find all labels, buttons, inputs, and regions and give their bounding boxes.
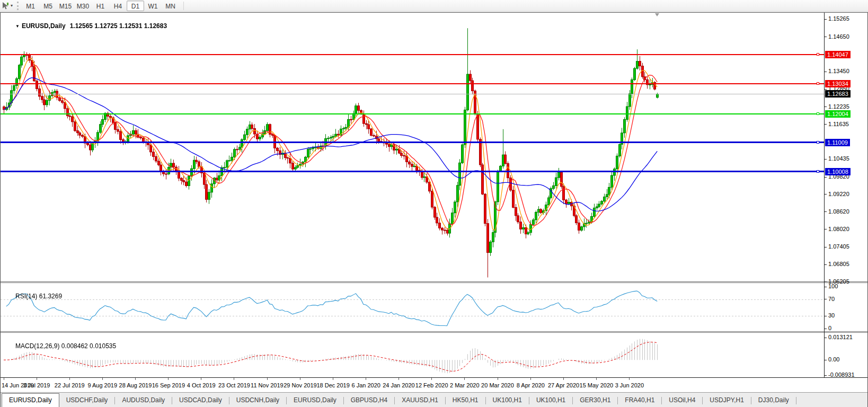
current-price-label: 1.12683	[825, 90, 851, 98]
axis-tick	[825, 299, 827, 299]
axis-tick	[825, 37, 827, 37]
axis-tick	[825, 338, 827, 338]
time-axis-tick	[267, 378, 268, 380]
time-axis-tick	[168, 378, 169, 380]
time-axis-tick	[398, 378, 399, 380]
chart-tab-eurusd-daily[interactable]: EURUSD,Daily	[287, 394, 343, 407]
toolbar-grip[interactable]	[17, 2, 19, 10]
chart-tab-uk100-h1[interactable]: UK100,H1	[486, 394, 529, 407]
macd-chart-canvas[interactable]	[1, 333, 824, 377]
axis-tick	[825, 247, 827, 247]
level-price-label: 1.12004	[825, 110, 851, 118]
line-drag-handle[interactable]	[817, 53, 819, 56]
price-axis-label: 70	[828, 296, 835, 302]
chart-tab-uk100-h1[interactable]: UK100,H1	[529, 394, 572, 407]
level-price-label: 1.10008	[825, 168, 851, 175]
chart-tab-usdcad-daily[interactable]: USDCAD,Daily	[172, 394, 229, 407]
price-axis[interactable]: 1.152651.146501.134501.128501.122351.116…	[825, 13, 867, 377]
axis-tick	[825, 89, 827, 90]
tab-divider	[796, 397, 796, 404]
chart-tab-ger30-h1[interactable]: GER30,H1	[573, 394, 617, 407]
timeframe-button-m1[interactable]: M1	[22, 1, 39, 11]
price-axis-label: 1.07405	[828, 243, 849, 250]
date-label: 4 Oct 2019	[187, 382, 216, 388]
hline-support-1.10008[interactable]	[1, 171, 824, 172]
date-label: 24 Jan 2020	[383, 382, 415, 388]
chart-tool-button[interactable]: ▾	[0, 2, 15, 10]
timeframe-button-h1[interactable]: H1	[92, 1, 109, 11]
level-price-label: 1.13034	[825, 80, 851, 87]
chart-tab-audusd-daily[interactable]: AUDUSD,Daily	[115, 394, 172, 407]
price-axis-label: 1.10435	[828, 155, 849, 162]
date-label: 22 Jul 2019	[55, 382, 85, 388]
chart-shift-marker[interactable]	[655, 13, 659, 16]
rsi-chart-canvas[interactable]	[1, 283, 824, 331]
price-axis-label: 100	[828, 283, 838, 289]
timeframe-button-d1[interactable]: D1	[127, 1, 144, 11]
line-drag-handle[interactable]	[817, 170, 819, 173]
chart-window: ▼EURUSD,Daily1.12565 1.12725 1.12531 1.1…	[0, 12, 868, 407]
axis-tick	[825, 159, 827, 160]
hline-support-1.12004[interactable]	[1, 113, 824, 114]
line-drag-handle[interactable]	[817, 82, 819, 85]
price-axis-label: 1.14650	[828, 33, 849, 40]
time-axis-tick	[102, 378, 103, 380]
date-label: 2 Mar 2020	[450, 382, 480, 388]
macd-indicator-pane: MACD(12,26,9) 0.008462 0.010535	[1, 333, 824, 377]
axis-tick	[825, 329, 827, 329]
price-axis-label: 1.15265	[828, 15, 849, 22]
timeframe-button-mn[interactable]: MN	[162, 1, 179, 11]
time-axis-tick	[431, 378, 432, 380]
chart-tab-usoil-h4[interactable]: USOil,H4	[662, 394, 702, 407]
timeframe-button-m15[interactable]: M15	[57, 1, 74, 11]
rsi-name-label: RSI(14)	[15, 293, 37, 300]
price-axis-label: 0.00	[828, 356, 839, 362]
timeframe-button-m5[interactable]: M5	[39, 1, 57, 11]
axis-tick	[825, 229, 827, 229]
time-axis-tick	[563, 378, 564, 380]
date-label: 3 Jul 2019	[23, 382, 50, 388]
date-label: 16 Sep 2019	[152, 382, 185, 388]
date-label: 9 Aug 2019	[87, 382, 117, 388]
chart-tab-usdcnh-daily[interactable]: USDCNH,Daily	[229, 394, 286, 407]
rsi-value: 61.3269	[39, 293, 62, 300]
time-axis-tick	[201, 378, 201, 380]
date-label: 11 Nov 2019	[251, 382, 284, 388]
time-axis[interactable]: 14 Jun 20193 Jul 201922 Jul 20199 Aug 20…	[1, 377, 867, 392]
time-axis-tick	[596, 378, 597, 380]
chart-tab-eurusd-daily-active[interactable]: EURUSD,Daily	[2, 393, 59, 407]
symbol-period-label: EURUSD,Daily	[22, 22, 66, 30]
axis-tick	[825, 375, 827, 376]
time-axis-tick	[300, 378, 300, 380]
chevron-down-icon: ▾	[11, 3, 13, 8]
axis-tick	[825, 264, 827, 265]
timeframe-button-h4[interactable]: H4	[109, 1, 127, 11]
chart-tab-dj30-daily[interactable]: DJ30,Daily	[751, 394, 796, 407]
hline-resistance-1.13034[interactable]	[1, 83, 824, 84]
hline-support-1.11009[interactable]	[1, 141, 824, 143]
cursor-tool-icon	[1, 2, 10, 10]
time-axis-tick	[629, 378, 630, 380]
price-axis-label: 0.013121	[828, 334, 853, 340]
hline-resistance-1.14047[interactable]	[1, 54, 824, 55]
line-drag-handle[interactable]	[817, 141, 819, 144]
price-axis-label: 0	[828, 325, 831, 331]
date-label: 23 Oct 2019	[218, 382, 250, 388]
chart-tab-usdjpy-h1[interactable]: USDJPY,H1	[703, 394, 750, 407]
chart-tab-usdchf-daily[interactable]: USDCHF,Daily	[59, 394, 115, 407]
candlestick-chart-canvas[interactable]	[1, 13, 824, 281]
timeframe-button-w1[interactable]: W1	[144, 1, 162, 11]
chart-tab-hk50-h1[interactable]: HK50,H1	[446, 394, 485, 407]
chart-tab-gbpusd-h4[interactable]: GBPUSD,H4	[344, 394, 394, 407]
time-axis-tick	[37, 378, 37, 380]
axis-tick	[825, 124, 827, 125]
toolbar-separator	[183, 2, 184, 10]
collapse-triangle-icon[interactable]: ▼	[15, 24, 20, 29]
time-axis-tick	[464, 378, 465, 380]
axis-tick	[825, 19, 827, 20]
chart-tab-fra40-h1[interactable]: FRA40,H1	[618, 394, 661, 407]
line-drag-handle[interactable]	[817, 112, 819, 115]
timeframe-button-m30[interactable]: M30	[74, 1, 92, 11]
price-axis-label: 1.08620	[828, 208, 849, 215]
chart-tab-xauusd-h1[interactable]: XAUUSD,H1	[395, 394, 445, 407]
